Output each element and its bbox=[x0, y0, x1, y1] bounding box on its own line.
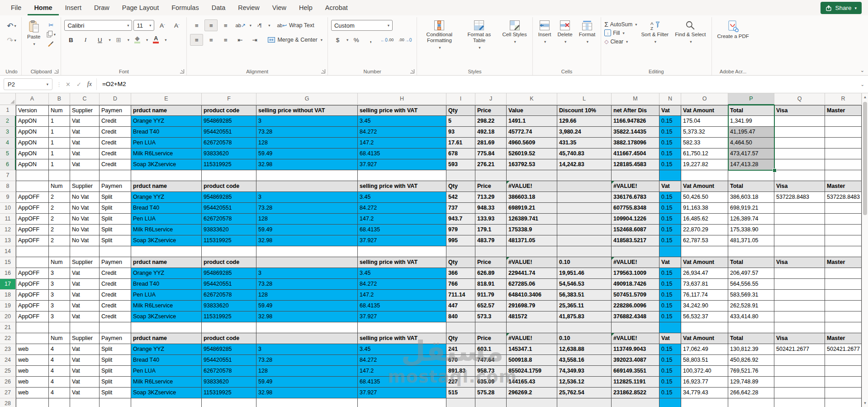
cell-B13[interactable]: 2 bbox=[49, 235, 70, 246]
cell-K18[interactable]: 648410.3406 bbox=[507, 290, 557, 301]
cell-N11[interactable]: 0.15 bbox=[659, 214, 681, 225]
cell-N18[interactable]: 0.15 bbox=[659, 290, 681, 301]
currency-button[interactable]: $ bbox=[331, 34, 344, 46]
cell-I23[interactable]: 241 bbox=[446, 344, 475, 355]
row-header-13[interactable]: 13 bbox=[0, 235, 16, 246]
cell-F14[interactable] bbox=[202, 246, 256, 257]
create-pdf-button[interactable]: Create a PDF bbox=[715, 19, 751, 41]
cell-N8[interactable]: Vat bbox=[659, 181, 681, 192]
col-header-P[interactable]: P bbox=[728, 93, 774, 105]
cell-C18[interactable]: Vat bbox=[70, 290, 100, 301]
cell-F9[interactable]: 954869285 bbox=[202, 192, 256, 203]
cell-O21[interactable] bbox=[681, 322, 728, 333]
cut-button[interactable]: ✂ bbox=[44, 20, 57, 29]
cell-F8[interactable]: product code bbox=[202, 181, 256, 192]
cell-I5[interactable]: 678 bbox=[446, 148, 475, 159]
cell-B16[interactable]: 3 bbox=[49, 268, 70, 279]
cell-B1[interactable]: Num bbox=[49, 105, 70, 116]
cell-C3[interactable]: Vat bbox=[70, 127, 100, 138]
cell-A7[interactable] bbox=[16, 170, 49, 181]
col-header-G[interactable]: G bbox=[256, 93, 358, 105]
cell-M9[interactable]: 336176.6783 bbox=[612, 192, 659, 203]
row-header-23[interactable]: 23 bbox=[0, 344, 16, 355]
cell-G8[interactable] bbox=[256, 181, 358, 192]
cell-O19[interactable]: 34,242.90 bbox=[681, 301, 728, 311]
cell-F10[interactable]: 954420551 bbox=[202, 203, 256, 214]
cell-P20[interactable]: 433,414.80 bbox=[728, 311, 774, 322]
cell-Q4[interactable] bbox=[774, 138, 825, 148]
cell-N25[interactable]: 0.15 bbox=[659, 366, 681, 377]
row-header-10[interactable]: 10 bbox=[0, 203, 16, 214]
col-header-E[interactable]: E bbox=[131, 93, 202, 105]
cell-R19[interactable] bbox=[825, 301, 862, 311]
cell-Q25[interactable] bbox=[774, 366, 825, 377]
cell-D18[interactable]: Credit bbox=[100, 290, 131, 301]
cell-D26[interactable]: Split bbox=[100, 377, 131, 388]
undo-button[interactable]: ↶▾ bbox=[5, 20, 18, 32]
cell-L6[interactable]: 14,242.83 bbox=[557, 159, 612, 170]
cell-P28[interactable] bbox=[728, 398, 774, 407]
cell-R1[interactable]: Master bbox=[825, 105, 862, 116]
cell-J8[interactable]: Price bbox=[475, 181, 507, 192]
cell-H15[interactable]: selling price with VAT bbox=[358, 257, 446, 268]
cell-K27[interactable]: 296269.2 bbox=[507, 388, 557, 398]
row-header-18[interactable]: 18 bbox=[0, 290, 16, 301]
cell-E5[interactable]: Milk R6Lservice bbox=[131, 148, 202, 159]
cell-Q24[interactable] bbox=[774, 355, 825, 366]
menu-tab-view[interactable]: View bbox=[266, 0, 293, 15]
cell-K24[interactable]: 500918.8 bbox=[507, 355, 557, 366]
increase-decimal-button[interactable]: ←0.00 bbox=[379, 34, 395, 46]
align-right-button[interactable]: ≡ bbox=[219, 34, 232, 46]
cell-G20[interactable]: 32.98 bbox=[256, 311, 358, 322]
cell-N23[interactable]: 0.15 bbox=[659, 344, 681, 355]
cell-J4[interactable]: 281.69 bbox=[475, 138, 507, 148]
alignment-dialog-launcher[interactable] bbox=[321, 69, 325, 73]
cell-C21[interactable] bbox=[70, 322, 100, 333]
cell-E12[interactable]: Milk R6Lservice bbox=[131, 225, 202, 235]
cell-D7[interactable] bbox=[100, 170, 131, 181]
cell-J26[interactable]: 635.09 bbox=[475, 377, 507, 388]
cell-E26[interactable]: Milk R6Lservice bbox=[131, 377, 202, 388]
cell-M8[interactable]: #VALUE! bbox=[612, 181, 659, 192]
cell-F24[interactable]: 954420551 bbox=[202, 355, 256, 366]
col-header-K[interactable]: K bbox=[507, 93, 557, 105]
cell-I26[interactable]: 227 bbox=[446, 377, 475, 388]
cell-P2[interactable]: 1,341.99 bbox=[728, 116, 774, 127]
formula-input[interactable]: =O2+M2 bbox=[96, 78, 864, 90]
cell-J1[interactable]: Price bbox=[475, 105, 507, 116]
cell-I2[interactable]: 5 bbox=[446, 116, 475, 127]
cell-I9[interactable]: 542 bbox=[446, 192, 475, 203]
cell-E11[interactable]: Pen LUA bbox=[131, 214, 202, 225]
cell-Q2[interactable] bbox=[774, 116, 825, 127]
cell-P4[interactable]: 4,464.50 bbox=[728, 138, 774, 148]
cell-A15[interactable] bbox=[16, 257, 49, 268]
cell-P26[interactable]: 129,748.89 bbox=[728, 377, 774, 388]
cell-C15[interactable]: Supplier bbox=[70, 257, 100, 268]
find-select-button[interactable]: Find & Select ▾ bbox=[673, 19, 708, 47]
percent-button[interactable]: % bbox=[350, 34, 363, 46]
cell-O2[interactable]: 175.04 bbox=[681, 116, 728, 127]
cell-N1[interactable]: Vat bbox=[659, 105, 681, 116]
cell-F6[interactable]: 115319925 bbox=[202, 159, 256, 170]
cell-R21[interactable] bbox=[825, 322, 862, 333]
cell-B7[interactable] bbox=[49, 170, 70, 181]
cell-H3[interactable]: 84.272 bbox=[358, 127, 446, 138]
cell-P7[interactable] bbox=[728, 170, 774, 181]
cell-Q26[interactable] bbox=[774, 377, 825, 388]
align-middle-button[interactable]: ≡ bbox=[204, 19, 218, 31]
cell-A20[interactable]: AppOFF bbox=[16, 311, 49, 322]
cell-L24[interactable]: 43,558.16 bbox=[557, 355, 612, 366]
cell-G26[interactable]: 59.49 bbox=[256, 377, 358, 388]
cell-L3[interactable]: 3,980.24 bbox=[557, 127, 612, 138]
cell-Q14[interactable] bbox=[774, 246, 825, 257]
cell-C10[interactable]: No Vat bbox=[70, 203, 100, 214]
align-bottom-button[interactable]: ≡ bbox=[219, 19, 232, 31]
cell-N13[interactable]: 0.15 bbox=[659, 235, 681, 246]
cell-I13[interactable]: 995 bbox=[446, 235, 475, 246]
cell-D24[interactable]: Split bbox=[100, 355, 131, 366]
cell-O26[interactable]: 16,923.77 bbox=[681, 377, 728, 388]
cell-O23[interactable]: 17,062.49 bbox=[681, 344, 728, 355]
cell-J9[interactable]: 713.29 bbox=[475, 192, 507, 203]
wrap-text-button[interactable]: ab↩ Wrap Text bbox=[275, 20, 316, 31]
menu-tab-acrobat[interactable]: Acrobat bbox=[319, 0, 354, 15]
